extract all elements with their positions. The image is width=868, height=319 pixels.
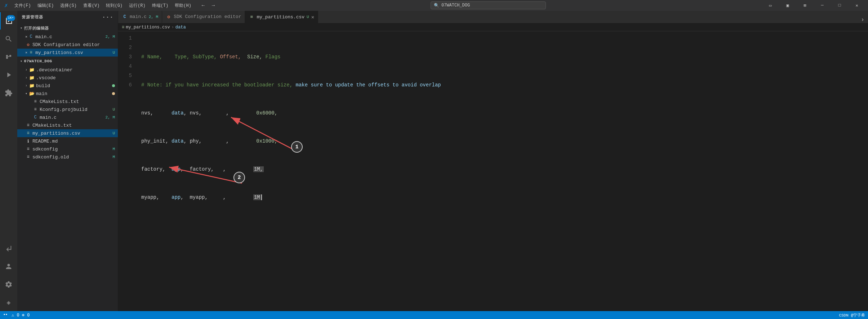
close-editor-csv[interactable]: ✕ (25, 50, 27, 55)
editor-content[interactable]: 1 2 3 4 5 6 # Name, Type, SubType, Offse… (118, 31, 868, 311)
tree-cmakelists-main[interactable]: ≡ CMakeLists.txt (17, 98, 118, 105)
project-arrow: ▾ (20, 59, 23, 63)
editor-area: 1 2 3 4 5 6 # Name, Type, SubType, Offse… (118, 31, 868, 311)
tree-sdkconfig-old-name: sdkconfig.old (32, 154, 112, 160)
tree-build[interactable]: › 📁 build (17, 82, 118, 90)
kconfig-icon: ≡ (32, 107, 38, 112)
tree-vscode[interactable]: › 📁 .vscode (17, 74, 118, 82)
menu-bar: 文件(F) 编辑(E) 选择(S) 查看(V) 转到(G) 运行(R) 终端(T… (12, 2, 194, 9)
tab-csv-icon: ≡ (249, 14, 254, 20)
sdkconfig-icon: ≡ (25, 146, 31, 152)
search-text: 07WATCH_DOG (441, 3, 470, 8)
status-left: ⚠ 0 ⊗ 0 (3, 313, 834, 318)
close-editor-main-c[interactable]: ✕ (25, 35, 27, 39)
nav-back-button[interactable]: ← (199, 1, 207, 9)
open-editor-sdk[interactable]: ⚙ SDK Configuration editor (17, 41, 118, 49)
tree-csv[interactable]: ≡ my_partitions.csv U (17, 129, 118, 137)
activity-source-control[interactable] (0, 48, 17, 66)
main-arrow: ▾ (25, 91, 27, 96)
tree-csv-badge: U (112, 131, 116, 135)
breadcrumb-file[interactable]: my_partitions.csv (126, 25, 170, 30)
menu-run[interactable]: 运行(R) (126, 2, 148, 9)
window-close[interactable]: ✕ (849, 0, 865, 11)
tree-sdkconfig[interactable]: ≡ sdkconfig M (17, 145, 118, 153)
tab-csv[interactable]: ≡ my_partitions.csv U ✕ (245, 11, 318, 23)
tree-kconfig[interactable]: ≡ Kconfig.projbuild U (17, 105, 118, 113)
open-editors-label: 打开的编辑器 (24, 26, 49, 31)
code-line-4: phy_init, data, phy, , 0x1000, (141, 136, 862, 146)
tree-readme[interactable]: ℹ README.md (17, 137, 118, 145)
tree-main[interactable]: ▾ 📂 main (17, 90, 118, 98)
tab-csv-badge: U (307, 15, 309, 19)
devcontainer-folder-icon: 📁 (29, 67, 35, 73)
menu-help[interactable]: 帮助(H) (172, 2, 194, 9)
tree-readme-name: README.md (32, 139, 116, 144)
open-editor-csv[interactable]: ✕ ≡ my_partitions.csv U (17, 49, 118, 57)
open-editor-csv-name: my_partitions.csv (35, 50, 112, 55)
tree-devcontainer[interactable]: › 📁 .devcontainer (17, 66, 118, 74)
menu-edit[interactable]: 编辑(E) (35, 2, 57, 9)
open-editor-csv-badge: U (112, 50, 116, 55)
menu-file[interactable]: 文件(F) (12, 2, 34, 9)
status-errors[interactable]: ⚠ 0 ⊗ 0 (12, 313, 30, 318)
activity-account[interactable] (0, 258, 17, 275)
code-line-5: factory, app, factory, , 1M, (141, 165, 862, 174)
line-num-1: 1 (118, 33, 132, 43)
activity-explorer[interactable]: 1K+ (0, 12, 17, 30)
open-editor-main-c[interactable]: ✕ C main.c 2, M (17, 33, 118, 41)
readme-icon: ℹ (25, 138, 31, 144)
tree-sdkconfig-old[interactable]: ≡ sdkconfig.old M (17, 153, 118, 161)
menu-terminal[interactable]: 终端(T) (149, 2, 172, 9)
activity-remote[interactable] (0, 240, 17, 257)
menu-select[interactable]: 选择(S) (57, 2, 80, 9)
tab-sdk[interactable]: ⚙ SDK Configuration editor (162, 11, 245, 23)
sidebar: 资源管理器 ··· ▾ 打开的编辑器 ✕ C main.c 2, M ⚙ SDK… (17, 11, 118, 311)
line-num-6: 6 (118, 80, 132, 90)
line-num-4: 4 (118, 62, 132, 71)
window-layout-2[interactable]: ▣ (779, 0, 796, 11)
tree-sdkconfig-name: sdkconfig (32, 147, 112, 152)
breadcrumb-data[interactable]: data (175, 25, 186, 30)
main-dot (112, 91, 115, 96)
devcontainer-arrow: › (25, 68, 27, 72)
status-branch[interactable] (3, 313, 8, 318)
nav-forward-button[interactable]: → (209, 1, 217, 9)
breadcrumb-sep-1: › (172, 25, 174, 30)
code-editor[interactable]: # Name, Type, SubType, Offset, Size, Fla… (135, 31, 868, 311)
activity-run[interactable] (0, 66, 17, 84)
menu-view[interactable]: 查看(V) (80, 2, 103, 9)
breadcrumb-icon: ≡ (122, 25, 124, 30)
tab-sdk-icon: ⚙ (166, 14, 172, 20)
line-numbers: 1 2 3 4 5 6 (118, 31, 135, 311)
activity-settings[interactable] (0, 276, 17, 293)
sdkconfig-old-icon: ≡ (25, 154, 31, 160)
sidebar-menu-button[interactable]: ··· (102, 14, 113, 21)
window-layout-3[interactable]: ⊞ (797, 0, 813, 11)
search-box[interactable]: 🔍 07WATCH_DOG (431, 1, 546, 9)
tree-cmakelists-root[interactable]: ≡ CMakeLists.txt (17, 121, 118, 129)
tree-main-name: main (36, 91, 112, 96)
window-minimize[interactable]: — (814, 0, 831, 11)
project-section[interactable]: ▾ 07WATCH_DOG (17, 57, 118, 66)
menu-goto[interactable]: 转到(G) (103, 2, 125, 9)
tab-csv-label: my_partitions.csv (257, 14, 304, 20)
tree-main-c[interactable]: C main.c 2, M (17, 113, 118, 121)
activity-search[interactable] (0, 30, 17, 48)
tab-csv-close[interactable]: ✕ (311, 14, 314, 20)
window-maximize[interactable]: □ (831, 0, 848, 11)
tab-main-c[interactable]: C main.c 2, M (118, 11, 162, 23)
build-folder-icon: 📁 (29, 83, 35, 89)
vscode-folder-icon: 📁 (29, 75, 35, 81)
open-editors-section[interactable]: ▾ 打开的编辑器 (17, 23, 118, 33)
activity-extensions[interactable] (0, 84, 17, 102)
main-c-icon: C (32, 114, 38, 120)
tab-bar: C main.c 2, M ⚙ SDK Configuration editor… (118, 11, 868, 23)
sdkconfig-old-badge: M (112, 155, 116, 159)
right-sidebar-toggle[interactable]: › (857, 14, 868, 23)
c-file-icon: C (28, 34, 34, 40)
vscode-arrow: › (25, 76, 27, 80)
code-line-2: # Note: if you have increased the bootlo… (141, 80, 862, 90)
window-controls: ▭ ▣ ⊞ — □ ✕ (762, 0, 865, 11)
activity-extra[interactable]: ◈ (0, 294, 17, 311)
window-layout-1[interactable]: ▭ (762, 0, 779, 11)
